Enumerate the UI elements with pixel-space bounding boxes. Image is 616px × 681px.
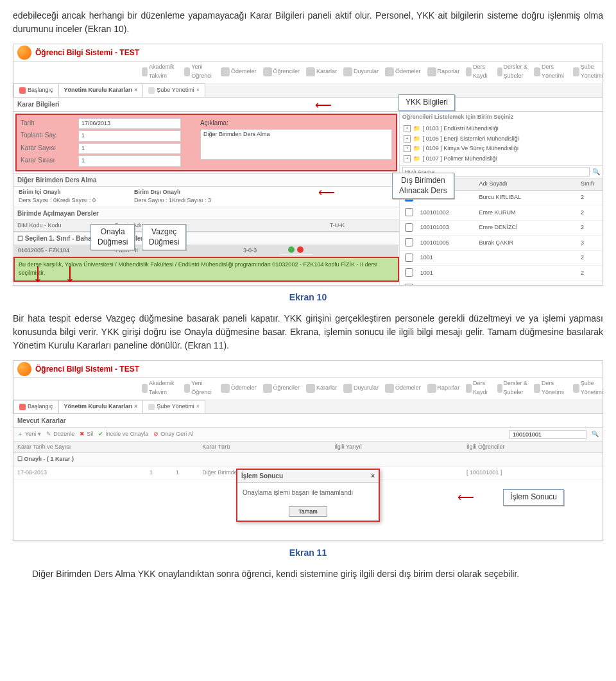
close-icon[interactable]: × xyxy=(196,86,200,95)
menu-item[interactable]: Akademik Takvim xyxy=(142,63,178,80)
screenshot-ekran11: Öğrenci Bilgi Sistemi - TEST Akademik Ta… xyxy=(13,360,603,541)
menu-item[interactable]: Dersler & Şubeler xyxy=(497,379,527,397)
right-subtitle: Öğrencileri Listelemek İçin Birim Seçini… xyxy=(400,112,603,123)
row-checkbox[interactable] xyxy=(405,284,413,286)
expand-icon[interactable]: + xyxy=(404,155,411,162)
menu-icon xyxy=(263,384,272,393)
birim-ici-title: Birim İçi Onaylı xyxy=(19,189,61,195)
menu-item[interactable]: Ders Yönetimi xyxy=(534,63,567,80)
row-checkbox[interactable] xyxy=(405,254,413,262)
tab-baslangic[interactable]: Başlangıç xyxy=(13,83,59,97)
menu-item[interactable]: Ders Kaydı xyxy=(466,379,491,397)
edit-icon: ✎ xyxy=(46,430,51,439)
menu-icon xyxy=(385,384,394,393)
table-row[interactable]: 100101002Emre KURUM2 xyxy=(400,205,603,221)
col-header[interactable]: İlgili Öğrenciler xyxy=(466,443,599,452)
duzenle-button[interactable]: ✎Düzenle xyxy=(46,430,74,439)
col-header[interactable]: İlgili Yarıyıl xyxy=(334,443,466,452)
close-icon[interactable]: × xyxy=(371,471,375,481)
onay-geri-al-button[interactable]: ⊘Onay Geri Al xyxy=(153,430,193,439)
table-row[interactable]: 10012 xyxy=(400,266,603,281)
col-header[interactable]: T-U-K xyxy=(326,220,366,232)
menu-item[interactable]: Ders Yönetimi xyxy=(534,379,567,397)
menu-item[interactable]: Ödemeler xyxy=(221,379,257,397)
col-header[interactable]: Karar Tarih ve Sayısı xyxy=(17,443,150,452)
table-row[interactable]: 100101003Emre DENİZCİ2 xyxy=(400,220,603,236)
group-row[interactable]: ☐ Onaylı - ( 1 Karar ) xyxy=(13,453,603,467)
row-checkbox[interactable] xyxy=(405,208,413,216)
search-input[interactable] xyxy=(509,430,586,439)
close-icon[interactable]: × xyxy=(134,402,137,411)
expand-icon[interactable]: + xyxy=(404,135,411,142)
app-title: Öğrenci Bilgi Sistemi - TEST xyxy=(35,363,139,375)
table-row[interactable]: 10012 xyxy=(400,250,603,266)
menu-item[interactable]: Akademik Takvim xyxy=(142,379,178,397)
menu-item[interactable]: Ödemeler xyxy=(221,63,257,80)
menu-item[interactable]: Öğrenciler xyxy=(263,379,300,397)
arrow-icon: ⟵ xyxy=(315,97,332,114)
sil-button[interactable]: ✖Sil xyxy=(80,430,93,439)
menu-item[interactable]: Raporlar xyxy=(427,379,460,397)
callout-ykk-bilgileri: YKK Bilgileri xyxy=(398,94,455,111)
row-checkbox[interactable] xyxy=(405,238,413,246)
karar-bilgileri-title: Karar Bilgileri xyxy=(13,98,399,112)
menu-item[interactable]: Öğrenciler xyxy=(263,63,300,80)
menu-item[interactable]: Yeni Öğrenci xyxy=(184,63,215,80)
tree-item[interactable]: +📁 [ 0105 ] Enerji Sistemleri Mühendisli… xyxy=(402,134,600,144)
approve-icon[interactable] xyxy=(288,246,295,253)
search-icon[interactable]: 🔍 xyxy=(592,430,599,439)
row-checkbox[interactable] xyxy=(405,223,413,232)
tamam-button[interactable]: Tamam xyxy=(289,506,327,517)
menu-item[interactable]: Yeni Öğrenci xyxy=(184,379,215,397)
expand-icon[interactable]: + xyxy=(404,125,411,132)
tab-sube[interactable]: Şube Yönetimi × xyxy=(142,83,205,97)
ders-tuk: 3-0-3 xyxy=(239,245,279,257)
folder-icon: 📁 xyxy=(413,135,420,144)
menu-item[interactable]: Şube Yönetimi xyxy=(573,63,603,80)
karar-sirasi-field[interactable]: 1 xyxy=(78,155,181,167)
tab-sube[interactable]: Şube Yönetimi × xyxy=(142,400,205,413)
row-checkbox[interactable] xyxy=(405,268,413,277)
table-row[interactable]: 01012005 - FZK104 FİZİK - II 3-0-3 xyxy=(14,245,398,257)
arrow-icon: ⟶ xyxy=(61,266,78,282)
tab-icon xyxy=(148,87,155,94)
tab-ykk[interactable]: Yönetim Kurulu Kararları × xyxy=(58,83,144,97)
tab-baslangic[interactable]: Başlangıç xyxy=(13,400,59,413)
menu-item[interactable]: Kararlar xyxy=(306,63,337,80)
tarih-field[interactable]: 17/06/2013 xyxy=(78,118,181,130)
menu-icon xyxy=(466,67,472,76)
dba-title: Diğer Birimden Ders Alma xyxy=(13,173,399,187)
menu-item[interactable]: Şube Yönetimi xyxy=(573,379,603,397)
yeni-button[interactable]: ＋Yeni ▾ xyxy=(17,430,41,439)
close-icon[interactable]: × xyxy=(134,86,137,95)
menu-item[interactable]: Ödemeler xyxy=(385,379,421,397)
tree-item[interactable]: +📁 [ 0109 ] Kimya Ve Süreç Mühendisliği xyxy=(402,144,600,154)
table-row[interactable]: 100101005Burak ÇAKIR3 xyxy=(400,236,603,251)
incele-button[interactable]: ✔İncele ve Onayla xyxy=(98,430,148,439)
table-row[interactable]: 10012 xyxy=(400,280,603,286)
col-header[interactable]: Adı Soyadı xyxy=(476,178,578,190)
main-menu[interactable]: Akademik Takvim Yeni Öğrenci Ödemeler Öğ… xyxy=(13,62,603,83)
aciklama-field[interactable]: Diğer Birimden Ders Alma xyxy=(200,129,392,160)
col-header[interactable]: Dersin Adı xyxy=(111,220,305,232)
tab-ykk[interactable]: Yönetim Kurulu Kararları × xyxy=(58,400,144,413)
menu-item[interactable]: Raporlar xyxy=(427,63,460,80)
menu-item[interactable]: Dersler & Şubeler xyxy=(497,63,527,80)
search-icon[interactable]: 🔍 xyxy=(592,167,600,177)
menu-item[interactable]: Ödemeler xyxy=(385,63,421,80)
karar-sayisi-field[interactable]: 1 xyxy=(78,143,181,155)
menu-item[interactable]: Kararlar xyxy=(306,379,337,397)
col-header[interactable]: Karar Türü xyxy=(202,443,334,452)
tree-item[interactable]: +📁 [ 0103 ] Endüstri Mühendisliği xyxy=(402,124,600,134)
menu-item[interactable]: Duyurular xyxy=(343,63,379,80)
remove-icon[interactable] xyxy=(297,246,304,253)
menu-item[interactable]: Duyurular xyxy=(343,379,379,397)
menu-item[interactable]: Ders Kaydı xyxy=(466,63,491,80)
expand-icon[interactable]: + xyxy=(404,145,411,152)
paragraph-2: Bir hata tespit ederse Vazgeç düğmesine … xyxy=(13,312,603,352)
tree-item[interactable]: +📁 [ 0107 ] Polimer Mühendisliği xyxy=(402,154,600,164)
toplanti-field[interactable]: 1 xyxy=(78,130,181,142)
main-menu[interactable]: Akademik Takvim Yeni Öğrenci Ödemeler Öğ… xyxy=(13,378,603,400)
close-icon[interactable]: × xyxy=(196,402,200,411)
col-header[interactable]: Sınıfı xyxy=(578,178,603,190)
